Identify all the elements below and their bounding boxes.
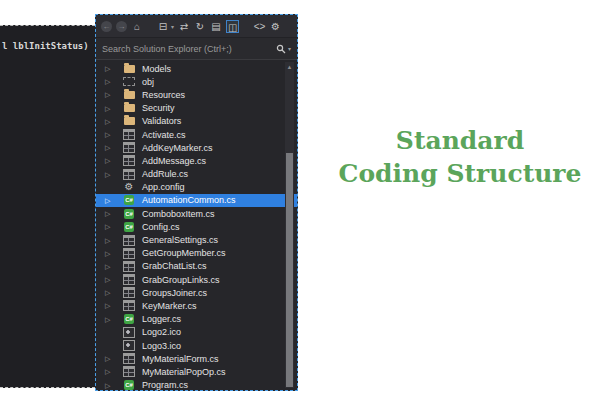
- tree-item-label: KeyMarker.cs: [142, 301, 197, 311]
- expand-arrow-icon[interactable]: ▷: [105, 263, 112, 270]
- scroll-up-arrow-icon[interactable]: ▲: [285, 62, 294, 72]
- csharp-icon: C#: [124, 195, 134, 205]
- tree-item-label: AddRule.cs: [142, 169, 188, 179]
- expand-arrow-icon[interactable]: ▷: [105, 210, 112, 217]
- tree-item-addrule-cs[interactable]: ▷AddRule.cs: [96, 168, 297, 181]
- csharp-icon: C#: [124, 222, 134, 232]
- tree-item-label: GetGroupMember.cs: [142, 248, 226, 258]
- search-input[interactable]: Search Solution Explorer (Ctrl+;): [102, 44, 276, 54]
- home-icon[interactable]: ⌂: [131, 20, 143, 33]
- tree-item-addkeymarker-cs[interactable]: ▷AddKeyMarker.cs: [96, 141, 297, 154]
- tree-item-config-cs[interactable]: ▷C#Config.cs: [96, 220, 297, 233]
- collapse-all-icon[interactable]: ⊟: [157, 20, 169, 33]
- expand-arrow-icon[interactable]: ▷: [105, 223, 112, 230]
- tree-item-app-config[interactable]: ⚙App.config: [96, 181, 297, 194]
- expand-arrow-icon[interactable]: ▷: [105, 118, 112, 125]
- expand-arrow-icon[interactable]: ▷: [105, 78, 112, 85]
- folder-dashed-icon: [123, 77, 135, 86]
- tree-item-program-cs[interactable]: ▷C#Program.cs: [96, 379, 297, 391]
- form-icon: [123, 353, 135, 364]
- view-code-icon[interactable]: <>: [253, 20, 265, 33]
- tree-item-addmessage-cs[interactable]: ▷AddMessage.cs: [96, 154, 297, 167]
- tree-item-label: Resources: [142, 90, 185, 100]
- tree-item-comboboxitem-cs[interactable]: ▷C#ComboboxItem.cs: [96, 207, 297, 220]
- form-icon: [123, 155, 135, 166]
- search-bar[interactable]: Search Solution Explorer (Ctrl+;) ▾: [96, 38, 297, 60]
- expand-arrow-icon[interactable]: ▷: [105, 276, 112, 283]
- solution-explorer-panel: ←→⌂⊟▾⇄↻▤◫<>⚙ Search Solution Explorer (C…: [95, 14, 298, 391]
- image-icon: [123, 327, 135, 338]
- solution-tree: ▷Models▷obj▷Resources▷Security▷Validator…: [96, 60, 297, 390]
- tree-item-groupsjoiner-cs[interactable]: ▷GroupsJoiner.cs: [96, 286, 297, 299]
- tree-item-models[interactable]: ▷Models: [96, 62, 297, 75]
- expand-arrow-icon[interactable]: ▷: [105, 368, 112, 375]
- tree-item-security[interactable]: ▷Security: [96, 102, 297, 115]
- expand-arrow-icon[interactable]: ▷: [105, 382, 112, 389]
- form-icon: [123, 261, 135, 272]
- tree-item-automationcommon-cs[interactable]: ▷C#AutomationCommon.cs: [96, 194, 297, 207]
- expand-arrow-icon[interactable]: ▷: [105, 302, 112, 309]
- expand-arrow-icon[interactable]: ▷: [105, 157, 112, 164]
- expand-arrow-icon[interactable]: ▷: [105, 197, 112, 204]
- search-icon[interactable]: [276, 40, 286, 58]
- properties-wrench-icon[interactable]: ⚙: [269, 20, 281, 33]
- caption: Standard Coding Structure: [318, 124, 602, 190]
- tree-item-keymarker-cs[interactable]: ▷KeyMarker.cs: [96, 299, 297, 312]
- tree-item-logger-cs[interactable]: ▷C#Logger.cs: [96, 313, 297, 326]
- refresh-icon[interactable]: ↻: [194, 20, 206, 33]
- code-text: l lblInitStatus): [2, 41, 89, 51]
- form-icon: [123, 235, 135, 246]
- form-icon: [123, 129, 135, 140]
- vertical-scrollbar[interactable]: ▲: [285, 62, 294, 388]
- expand-arrow-icon[interactable]: ▷: [105, 316, 112, 323]
- tree-item-resources[interactable]: ▷Resources: [96, 88, 297, 101]
- expand-arrow-icon[interactable]: ▷: [105, 65, 112, 72]
- tree-item-label: Logo3.ico: [142, 341, 181, 351]
- tree-item-getgroupmember-cs[interactable]: ▷GetGroupMember.cs: [96, 247, 297, 260]
- tree-item-label: obj: [142, 77, 154, 87]
- show-all-files-icon[interactable]: ▤: [210, 20, 222, 33]
- expand-arrow-icon[interactable]: ▷: [105, 105, 112, 112]
- tree-item-activate-cs[interactable]: ▷Activate.cs: [96, 128, 297, 141]
- back-icon[interactable]: ←: [101, 21, 112, 32]
- tree-item-logo2-ico[interactable]: Logo2.ico: [96, 326, 297, 339]
- tree-item-validators[interactable]: ▷Validators: [96, 115, 297, 128]
- config-icon: ⚙: [125, 182, 134, 192]
- search-options-caret-icon[interactable]: ▾: [288, 45, 291, 52]
- expand-arrow-icon[interactable]: ▷: [105, 91, 112, 98]
- tree-item-mymaterialpopop-cs[interactable]: ▷MyMaterialPopOp.cs: [96, 365, 297, 378]
- code-editor-fragment: l lblInitStatus): [0, 25, 95, 388]
- caption-line2: Coding Structure: [318, 157, 602, 190]
- expand-arrow-icon[interactable]: ▷: [105, 144, 112, 151]
- scrollbar-thumb[interactable]: [286, 153, 293, 387]
- expand-arrow-icon[interactable]: ▷: [105, 131, 112, 138]
- tree-item-obj[interactable]: ▷obj: [96, 75, 297, 88]
- expand-arrow-icon[interactable]: ▷: [105, 237, 112, 244]
- preview-selected-items-icon[interactable]: ◫: [226, 20, 239, 33]
- expand-arrow-icon[interactable]: ▷: [105, 289, 112, 296]
- tree-item-label: Activate.cs: [142, 130, 186, 140]
- image-icon: [123, 340, 135, 351]
- csharp-icon: C#: [124, 314, 134, 324]
- tree-item-label: MyMaterialPopOp.cs: [142, 367, 226, 377]
- form-icon: [123, 366, 135, 377]
- tree-item-label: GroupsJoiner.cs: [142, 288, 207, 298]
- tree-item-grabchatlist-cs[interactable]: ▷GrabChatList.cs: [96, 260, 297, 273]
- csharp-icon: C#: [124, 209, 134, 219]
- tree-item-mymaterialform-cs[interactable]: ▷MyMaterialForm.cs: [96, 352, 297, 365]
- form-icon: [123, 142, 135, 153]
- sync-with-active-document-icon[interactable]: ⇄: [178, 20, 190, 33]
- expand-arrow-icon[interactable]: ▷: [105, 171, 112, 178]
- expand-arrow-icon[interactable]: ▷: [105, 250, 112, 257]
- form-icon: [123, 287, 135, 298]
- tree-item-generalsettings-cs[interactable]: ▷GeneralSettings.cs: [96, 233, 297, 246]
- tree-item-grabgrouplinks-cs[interactable]: ▷GrabGroupLinks.cs: [96, 273, 297, 286]
- tree-item-label: MyMaterialForm.cs: [142, 354, 219, 364]
- expand-arrow-icon[interactable]: ▷: [105, 355, 112, 362]
- form-icon: [123, 300, 135, 311]
- forward-icon[interactable]: →: [116, 21, 127, 32]
- collapse-all-icon-caret[interactable]: ▾: [171, 23, 174, 30]
- folder-icon: [124, 65, 135, 73]
- tree-item-label: App.config: [142, 182, 185, 192]
- tree-item-logo3-ico[interactable]: Logo3.ico: [96, 339, 297, 352]
